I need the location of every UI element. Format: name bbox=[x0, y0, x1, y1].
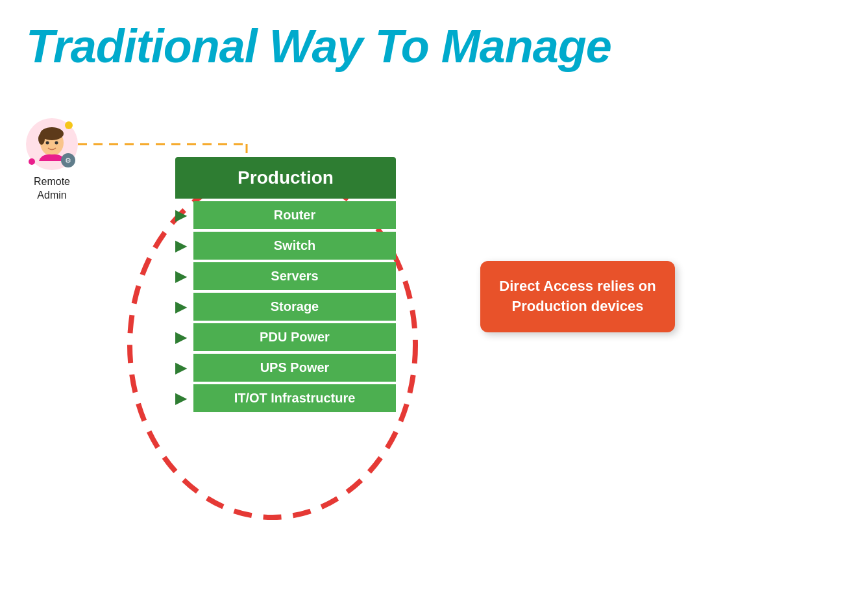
device-arrow-icon: ▶ bbox=[175, 238, 191, 254]
device-arrow-icon: ▶ bbox=[175, 329, 191, 346]
device-arrow-icon: ▶ bbox=[175, 268, 191, 285]
device-row: ▶Switch bbox=[175, 232, 396, 260]
avatar-dot-yellow bbox=[65, 121, 73, 129]
device-row: ▶Router bbox=[175, 201, 396, 229]
device-arrow-icon: ▶ bbox=[175, 207, 191, 224]
remote-admin-label: Remote Admin bbox=[19, 175, 84, 203]
page-title: Traditional Way To Manage bbox=[0, 0, 845, 79]
svg-point-3 bbox=[46, 142, 49, 145]
device-label: Switch bbox=[193, 232, 396, 260]
avatar-gear-badge: ⚙ bbox=[61, 153, 75, 167]
info-box: Direct Access relies on Production devic… bbox=[480, 261, 675, 332]
device-label: IT/OT Infrastructure bbox=[193, 384, 396, 412]
device-label: PDU Power bbox=[193, 323, 396, 351]
remote-admin: ⚙ Remote Admin bbox=[19, 118, 84, 203]
device-arrow-icon: ▶ bbox=[175, 299, 191, 315]
device-label: Servers bbox=[193, 262, 396, 290]
main-content: ⚙ Remote Admin Production ▶Router▶Switch… bbox=[0, 79, 845, 611]
device-row: ▶UPS Power bbox=[175, 354, 396, 382]
device-label: Storage bbox=[193, 293, 396, 321]
production-header: Production bbox=[175, 157, 396, 199]
device-row: ▶Storage bbox=[175, 293, 396, 321]
device-label: UPS Power bbox=[193, 354, 396, 382]
device-row: ▶IT/OT Infrastructure bbox=[175, 384, 396, 412]
svg-point-4 bbox=[55, 142, 58, 145]
device-row: ▶PDU Power bbox=[175, 323, 396, 351]
production-stack: Production ▶Router▶Switch▶Servers▶Storag… bbox=[175, 157, 396, 415]
svg-point-2 bbox=[38, 133, 45, 145]
device-arrow-icon: ▶ bbox=[175, 360, 191, 376]
avatar: ⚙ bbox=[26, 118, 78, 170]
device-arrow-icon: ▶ bbox=[175, 390, 191, 407]
device-row: ▶Servers bbox=[175, 262, 396, 290]
avatar-dot-pink bbox=[29, 158, 35, 165]
device-list: ▶Router▶Switch▶Servers▶Storage▶PDU Power… bbox=[175, 201, 396, 412]
device-label: Router bbox=[193, 201, 396, 229]
